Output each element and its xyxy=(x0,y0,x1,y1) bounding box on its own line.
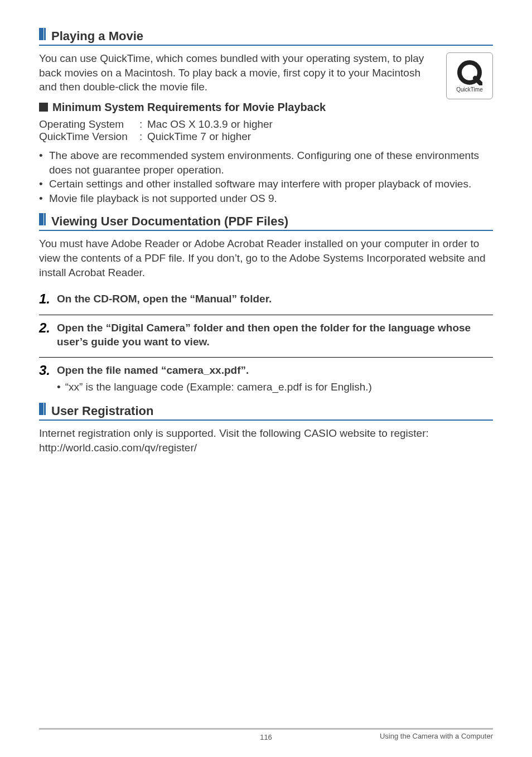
bullet-text: Movie file playback is not supported und… xyxy=(49,191,277,206)
step-body: Open the file named “camera_xx.pdf”. • “… xyxy=(57,363,372,394)
footer-right: Using the Camera with a Computer xyxy=(380,732,493,740)
user-reg-text: Internet registration only is supported.… xyxy=(39,426,493,455)
section-title: Playing a Movie xyxy=(51,29,143,44)
quicktime-caption: QuickTime xyxy=(456,86,482,93)
step-3: 3. Open the file named “camera_xx.pdf”. … xyxy=(39,358,493,397)
section-marks xyxy=(39,28,46,40)
page-number: 116 xyxy=(260,733,272,741)
quicktime-icon xyxy=(457,60,482,85)
spec-label: QuickTime Version xyxy=(39,131,139,143)
spec-row-qt: QuickTime Version : QuickTime 7 or highe… xyxy=(39,131,493,143)
spec-value: QuickTime 7 or higher xyxy=(147,131,251,143)
sub-heading: Minimum System Requirements for Movie Pl… xyxy=(52,101,326,114)
section-title: User Registration xyxy=(51,404,153,418)
sub-heading-row: Minimum System Requirements for Movie Pl… xyxy=(39,101,438,114)
playing-bullets: •The above are recommended system enviro… xyxy=(39,148,493,206)
step-sub-text: “xx” is the language code (Example: came… xyxy=(65,380,372,394)
bullet-dot: • xyxy=(57,380,61,394)
spec-table: Operating System : Mac OS X 10.3.9 or hi… xyxy=(39,118,493,143)
step-number: 1. xyxy=(39,292,50,306)
viewing-intro: You must have Adobe Reader or Adobe Acro… xyxy=(39,237,493,279)
bar-thin xyxy=(44,403,46,415)
step-text: Open the “Digital Camera” folder and the… xyxy=(57,321,493,349)
section-header-playing: Playing a Movie xyxy=(39,28,493,46)
bar-thick xyxy=(39,403,43,415)
spec-colon: : xyxy=(139,118,147,131)
step-1: 1. On the CD-ROM, open the “Manual” fold… xyxy=(39,286,493,315)
step-number: 3. xyxy=(39,363,50,394)
spec-row-os: Operating System : Mac OS X 10.3.9 or hi… xyxy=(39,118,493,131)
bullet-text: The above are recommended system environ… xyxy=(49,148,493,177)
playing-intro-row: You can use QuickTime, which comes bundl… xyxy=(39,51,493,118)
spec-value: Mac OS X 10.3.9 or higher xyxy=(147,118,273,131)
section-title: Viewing User Documentation (PDF Files) xyxy=(51,214,288,229)
page-footer: 116 Using the Camera with a Computer xyxy=(39,728,493,740)
bar-thick xyxy=(39,28,43,40)
bullet-text: Certain settings and other installed sof… xyxy=(49,177,471,191)
list-item: •Movie file playback is not supported un… xyxy=(39,191,493,206)
step-text: Open the file named “camera_xx.pdf”. xyxy=(57,364,249,376)
step-number: 2. xyxy=(39,321,50,349)
step-2: 2. Open the “Digital Camera” folder and … xyxy=(39,315,493,358)
quicktime-icon-box: QuickTime xyxy=(446,52,493,99)
list-item: •Certain settings and other installed so… xyxy=(39,177,493,191)
spec-label: Operating System xyxy=(39,118,139,131)
step-text: On the CD-ROM, open the “Manual” folder. xyxy=(57,292,272,306)
bullet-dot: • xyxy=(39,148,45,177)
spec-colon: : xyxy=(139,131,147,143)
list-item: •The above are recommended system enviro… xyxy=(39,148,493,177)
section-header-viewing: Viewing User Documentation (PDF Files) xyxy=(39,213,493,231)
playing-intro: You can use QuickTime, which comes bundl… xyxy=(39,51,438,94)
bullet-dot: • xyxy=(39,191,45,206)
bullet-dot: • xyxy=(39,177,45,191)
step-sub: • “xx” is the language code (Example: ca… xyxy=(57,380,372,394)
square-bullet-icon xyxy=(39,103,48,112)
section-marks xyxy=(39,213,46,225)
bar-thick xyxy=(39,213,43,225)
bar-thin xyxy=(44,213,46,225)
section-marks xyxy=(39,403,46,415)
section-header-user-reg: User Registration xyxy=(39,403,493,421)
bar-thin xyxy=(44,28,46,40)
